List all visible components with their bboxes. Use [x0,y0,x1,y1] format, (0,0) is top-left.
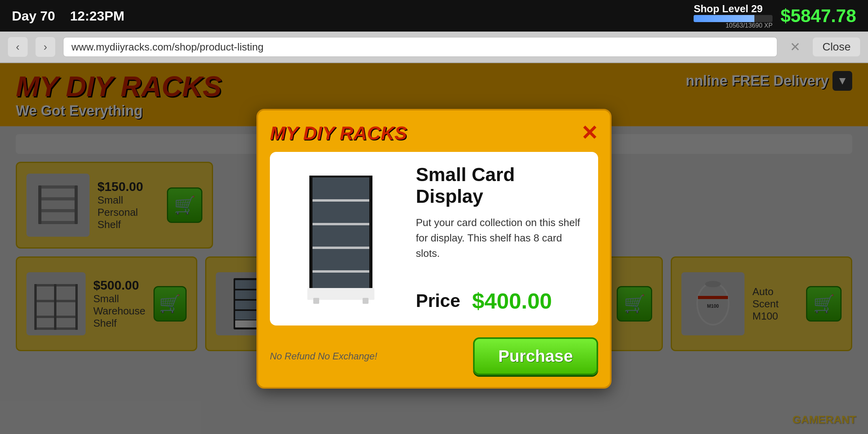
modal-close-button[interactable]: ✕ [581,123,598,143]
purchase-button[interactable]: Purchase [473,337,598,375]
url-text: www.mydiiyracks.com/shop/product-listing [71,41,264,53]
modal-product-name: Small Card Display [416,164,586,207]
top-bar-right: Shop Level 29 10563/13690 XP $5847.78 [694,3,856,29]
modal-overlay: MY DIY RACKS ✕ [0,63,868,434]
url-bar[interactable]: www.mydiiyracks.com/shop/product-listing [63,37,777,57]
xp-bar [694,15,773,22]
svg-rect-27 [311,223,370,225]
svg-rect-33 [313,298,319,304]
no-refund-text: No Refund No Exchange! [270,351,377,362]
svg-rect-34 [363,298,369,304]
modal-product-image [282,164,400,314]
modal-product-details: Small Card Display Put your card collect… [416,164,586,314]
xp-bar-fill [694,15,754,22]
time-label: 12:23PM [70,8,124,23]
svg-rect-28 [311,247,370,249]
back-button[interactable]: ‹ [8,37,28,57]
forward-button[interactable]: › [36,37,55,57]
back-icon: ‹ [16,41,19,53]
svg-rect-31 [369,176,372,290]
forward-icon: › [43,41,47,53]
modal-price-row: Price $400.00 [416,288,586,314]
day-time: Day 70 12:23PM [12,8,124,24]
top-bar-left: Day 70 12:23PM [12,8,124,24]
svg-rect-26 [311,199,370,202]
purchase-modal: MY DIY RACKS ✕ [256,109,612,389]
price-label: Price [416,290,460,311]
modal-product-description: Put your card collection on this shelf f… [416,215,586,261]
browser-bar: ‹ › www.mydiiyracks.com/shop/product-lis… [0,32,868,63]
browser-x-button[interactable]: ✕ [785,37,805,57]
shop-background: MY DIY RACKS We Got Everything nnline FR… [0,63,868,434]
modal-brand-title: MY DIY RACKS [270,122,407,144]
shop-level: Shop Level 29 10563/13690 XP [694,3,773,29]
modal-footer: No Refund No Exchange! Purchase [270,333,598,375]
modal-content: Small Card Display Put your card collect… [270,152,598,326]
svg-rect-30 [309,176,312,290]
top-bar: Day 70 12:23PM Shop Level 29 10563/13690… [0,0,868,32]
money-display: $5847.78 [780,5,856,26]
day-label: Day 70 [12,8,55,23]
modal-header: MY DIY RACKS ✕ [270,122,598,144]
price-value: $400.00 [472,288,552,314]
svg-rect-29 [311,270,370,273]
xp-text: 10563/13690 XP [694,22,773,29]
close-button[interactable]: Close [813,37,860,56]
